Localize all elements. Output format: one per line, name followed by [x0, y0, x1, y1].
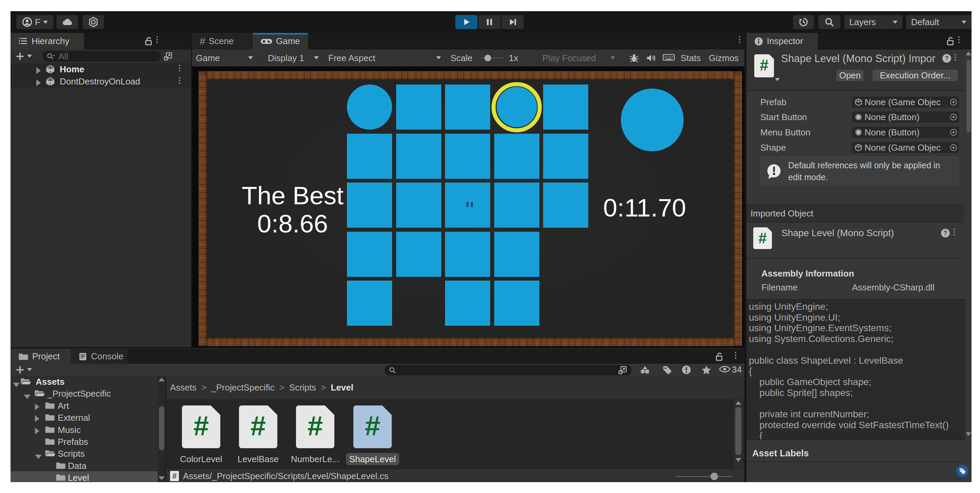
shape-square[interactable] [347, 232, 392, 277]
scroll-up-icon[interactable] [735, 401, 741, 405]
shape-square[interactable] [543, 183, 588, 227]
tree-item-scripts[interactable]: Scripts [11, 447, 158, 459]
hierarchy-item-home[interactable]: Home [11, 63, 191, 75]
help-icon[interactable]: ? [940, 228, 950, 238]
shape-square[interactable] [494, 232, 539, 277]
importer-menu-icon[interactable] [955, 54, 956, 61]
open-button[interactable]: Open [836, 69, 864, 81]
tree-item-art[interactable]: Art [11, 399, 158, 411]
version-control-button[interactable] [83, 15, 104, 29]
tab-scene[interactable]: # Scene [192, 33, 253, 49]
tree-item-prefabs[interactable]: Prefabs [11, 435, 158, 447]
keyboard-icon[interactable] [663, 53, 675, 62]
file-item-levelbase[interactable]: #LevelBase [239, 406, 277, 448]
aspect-dropdown[interactable]: Free Aspect [328, 49, 375, 67]
hidden-count-eye-icon[interactable] [719, 365, 731, 374]
scrollbar-thumb[interactable] [966, 60, 971, 133]
tab-inspector[interactable]: Inspector [746, 33, 818, 49]
pause-button[interactable] [478, 15, 501, 29]
cloud-button[interactable] [56, 15, 78, 29]
file-item-shapelevel[interactable]: #ShapeLevel [353, 406, 392, 448]
favorites-icon[interactable] [701, 365, 712, 375]
asset-label-button[interactable] [956, 465, 969, 477]
shape-circle-selected[interactable] [496, 87, 537, 127]
project-tree-scrollbar[interactable] [158, 376, 165, 482]
object-field[interactable]: None (Button) [852, 111, 959, 122]
game-view-dropdown[interactable]: Game [196, 49, 220, 67]
add-dropdown-icon[interactable] [27, 368, 32, 371]
zoom-slider-track[interactable] [676, 476, 732, 477]
scroll-down-icon[interactable] [966, 432, 971, 436]
lock-icon[interactable] [946, 36, 955, 46]
breadcrumb-item-projectspecific[interactable]: _ProjectSpecific [211, 382, 274, 393]
play-focused-dropdown[interactable]: Play Focused [542, 49, 596, 67]
shape-square[interactable] [396, 84, 441, 130]
execution-order-button[interactable]: Execution Order... [872, 69, 958, 81]
lock-icon[interactable] [715, 352, 724, 362]
scroll-down-icon[interactable] [159, 476, 165, 480]
scroll-up-icon[interactable] [159, 378, 165, 382]
gizmos-dropdown[interactable]: Gizmos [709, 49, 739, 67]
expand-arrow-icon[interactable] [35, 426, 40, 437]
shape-square[interactable] [396, 183, 441, 227]
undo-history-button[interactable] [793, 15, 814, 29]
expand-arrow-icon[interactable] [36, 66, 41, 76]
add-icon[interactable] [14, 51, 25, 62]
breadcrumb-item-assets[interactable]: Assets [170, 382, 197, 393]
shape-square[interactable] [543, 134, 588, 179]
tab-game[interactable]: Game [253, 33, 308, 49]
search-button[interactable] [818, 15, 840, 29]
shape-square[interactable] [347, 281, 392, 326]
expand-arrow-icon[interactable] [35, 414, 40, 425]
breadcrumb-item-level[interactable]: Level [331, 382, 353, 393]
object-picker-icon[interactable] [950, 144, 957, 151]
tree-item-music[interactable]: Music [11, 423, 158, 435]
shape-circle[interactable] [347, 84, 392, 130]
object-picker-icon[interactable] [950, 114, 957, 121]
tab-project[interactable]: Project [11, 349, 71, 364]
hierarchy-menu-icon[interactable] [156, 36, 158, 43]
project-menu-icon[interactable] [735, 352, 736, 359]
stats-button[interactable]: Stats [681, 49, 701, 67]
tab-console[interactable]: Console [71, 349, 127, 364]
search-by-label-icon[interactable] [662, 365, 672, 375]
shape-square[interactable] [445, 281, 490, 326]
hierarchy-item-dontdestroyonload[interactable]: DontDestroyOnLoad [11, 75, 191, 87]
scrollbar-thumb[interactable] [159, 406, 164, 450]
scale-slider-knob[interactable] [484, 55, 491, 61]
layers-dropdown[interactable]: Layers [844, 15, 903, 29]
shape-square[interactable] [445, 84, 490, 130]
search-log-icon[interactable] [681, 365, 692, 375]
file-grid-scrollbar[interactable] [733, 400, 743, 469]
debugger-bug-icon[interactable] [628, 53, 640, 63]
shape-square[interactable] [494, 134, 539, 179]
add-icon[interactable] [14, 364, 25, 375]
hierarchy-search-input[interactable]: All [43, 51, 161, 61]
search-by-type-icon[interactable] [639, 365, 651, 375]
scroll-down-icon[interactable] [735, 458, 741, 462]
shape-square[interactable] [494, 183, 539, 227]
shape-square[interactable] [396, 134, 441, 179]
open-window-icon[interactable] [163, 51, 173, 61]
item-menu-icon[interactable] [179, 77, 180, 84]
inspector-scrollbar[interactable] [965, 49, 972, 443]
object-field[interactable]: None (Game Objec [852, 142, 959, 153]
tree-item-data[interactable]: Data [11, 460, 158, 471]
shape-square[interactable] [445, 134, 490, 179]
tab-hierarchy[interactable]: Hierarchy [11, 33, 84, 49]
tree-item-level[interactable]: Level [11, 471, 158, 482]
shape-square[interactable] [445, 232, 490, 277]
icon-dropdown-icon[interactable] [775, 78, 780, 81]
shape-square[interactable] [494, 281, 539, 326]
mono-menu-icon[interactable] [953, 229, 955, 235]
scrollbar-thumb[interactable] [735, 407, 741, 455]
game-view[interactable]: The Best 0:8.66 0:11.70 [192, 67, 745, 358]
lock-icon[interactable] [144, 36, 153, 46]
shape-square[interactable] [347, 134, 392, 179]
expand-arrow-icon[interactable] [35, 402, 40, 413]
tree-item-projectspecific[interactable]: _ProjectSpecific [11, 387, 158, 399]
mute-audio-icon[interactable] [646, 53, 657, 63]
object-field[interactable]: None (Game Objec [852, 97, 959, 108]
object-field[interactable]: None (Button) [852, 127, 959, 138]
layout-dropdown[interactable]: Default [906, 15, 972, 29]
